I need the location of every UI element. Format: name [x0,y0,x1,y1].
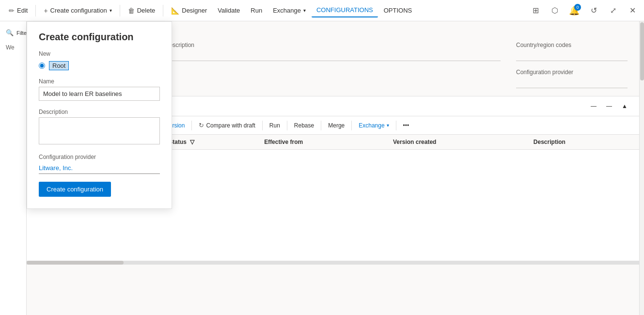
create-configuration-button[interactable]: + Create configuration ▾ [39,4,116,17]
radio-group: Root [39,61,160,70]
filter-label: Filte [16,30,27,36]
run-button[interactable]: Run [246,4,267,17]
more-button[interactable]: ••• [399,120,413,131]
name-input[interactable] [39,87,160,101]
provider-form-label: Configuration provider [516,69,628,76]
col-version-created: Version created [387,135,528,150]
versions-controls: — — ▲ [587,100,631,112]
create-configuration-panel: Create configuration New Root Name Descr… [27,21,172,209]
vertical-scrollbar[interactable] [639,21,644,315]
separator-3 [163,5,163,16]
v-sep-4 [262,121,263,130]
search-icon: 🔍 [6,29,14,36]
horizontal-scroll-thumb[interactable] [27,261,124,265]
vertical-scroll-thumb[interactable] [640,22,644,80]
status-filter-icon[interactable]: ▽ [190,139,194,145]
minus-icon: — [591,103,597,110]
compare-icon: ↻ [199,122,204,129]
description-form-field: Description [165,42,501,61]
provider-form-value [516,78,628,88]
delete-icon: 🗑 [128,7,135,15]
configurations-tab[interactable]: CONFIGURATIONS [312,3,378,17]
description-field-label: Description [39,109,160,115]
filter-button[interactable]: 🔍 Filte [0,25,26,40]
country-form-label: Country/region codes [516,42,628,48]
options-tab[interactable]: OPTIONS [379,4,417,17]
designer-icon: 📐 [171,7,179,15]
provider-value: Litware, Inc. [39,162,160,174]
minus2-icon: — [606,103,612,110]
toolbar-right: ⊞ ⬡ 🔔 0 ↺ ⤢ ✕ [528,3,640,18]
exchange-chevron-icon: ▾ [303,8,306,13]
v-sep-5 [287,121,287,130]
country-form-field: Country/region codes [516,42,628,61]
refresh-icon-button[interactable]: ↺ [586,3,601,18]
separator-2 [120,5,120,16]
v-sep-8 [396,121,396,130]
provider-form-field: Configuration provider [516,69,628,88]
plus-icon: + [44,7,47,15]
ellipsis-icon: ••• [403,122,409,129]
col-status: Status ▽ [163,135,258,150]
grid-icon-button[interactable]: ⊞ [528,3,543,18]
create-configuration-submit-button[interactable]: Create configuration [39,182,111,197]
country-form-value [516,50,628,61]
provider-field-label: Configuration provider [39,154,160,160]
chevron-down-icon: ▾ [110,8,112,13]
description-form-value [165,50,501,61]
exchange-button[interactable]: Exchange ▾ [268,4,311,17]
merge-button[interactable]: Merge [324,120,348,131]
provider-link[interactable]: Litware, Inc. [39,164,73,172]
main-area: 🔍 Filte We Create configuration New Root… [0,21,644,315]
root-radio[interactable] [39,63,45,69]
v-sep-6 [321,121,321,130]
exchange-chevron-down-icon: ▾ [387,123,389,128]
horizontal-scrollbar[interactable] [27,261,639,265]
versions-collapse-button[interactable]: ▲ [618,100,631,112]
col-effective-from: Effective from [258,135,387,150]
description-form-label: Description [165,42,501,48]
compare-draft-button[interactable]: ↻ Compare with draft [195,119,259,131]
main-toolbar: ✏ Edit + Create configuration ▾ 🗑 Delete… [0,0,644,21]
rebase-button[interactable]: Rebase [290,120,318,131]
office-icon-button[interactable]: ⬡ [547,3,563,18]
notification-count: 0 [574,4,581,11]
maximize-icon-button[interactable]: ⤢ [605,3,621,18]
panel-title: Create configuration [39,32,160,43]
designer-button[interactable]: 📐 Designer [166,4,212,17]
separator-1 [35,5,36,16]
edit-icon: ✏ [9,7,15,15]
notifications-button[interactable]: 🔔 0 [566,3,582,18]
versions-minimize-button[interactable]: — [587,100,600,112]
collapse-icon: ▲ [622,103,628,110]
name-field-label: Name [39,78,160,85]
col-description: Description [528,135,639,150]
delete-button[interactable]: 🗑 Delete [123,4,160,17]
edit-button[interactable]: ✏ Edit [4,4,32,17]
v-sep-3 [191,121,192,130]
description-input[interactable] [39,117,160,144]
sidebar: 🔍 Filte We [0,21,27,315]
validate-button[interactable]: Validate [213,4,245,17]
new-label: New [39,50,160,57]
close-icon-button[interactable]: ✕ [625,3,640,18]
root-label: Root [49,61,69,70]
versions-run-button[interactable]: Run [266,120,284,131]
versions-exchange-button[interactable]: Exchange ▾ [355,120,393,131]
v-sep-7 [351,121,352,130]
we-item[interactable]: We [0,40,26,55]
versions-minimize2-button[interactable]: — [602,100,616,112]
